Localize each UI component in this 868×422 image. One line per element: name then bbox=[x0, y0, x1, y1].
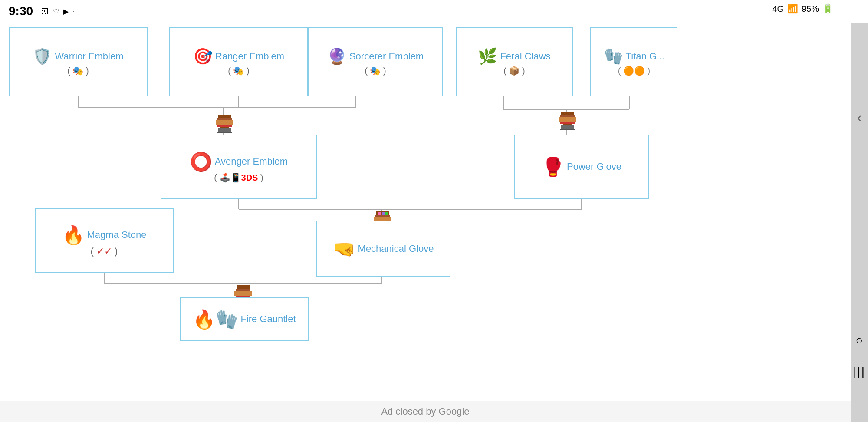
svg-rect-37 bbox=[560, 122, 575, 124]
fire-gauntlet-icon: 🔥🧤 bbox=[193, 309, 238, 330]
svg-rect-25 bbox=[217, 118, 232, 120]
svg-rect-33 bbox=[559, 117, 576, 122]
ad-bar: Ad closed by Google bbox=[0, 401, 851, 422]
station-1 bbox=[214, 112, 235, 138]
magma-stone-sub: ( ✓✓ ) bbox=[91, 246, 118, 257]
avenger-emblem-box: ⭕ Avenger Emblem ( 🕹️📱3DS ) bbox=[161, 135, 317, 199]
station-2 bbox=[556, 109, 578, 135]
warrior-emblem-box: 🛡️ Warrior Emblem ( 🎭 ) bbox=[9, 27, 148, 96]
titan-glove-icon: 🧤 bbox=[604, 47, 623, 66]
svg-rect-47 bbox=[385, 212, 388, 215]
menu-button[interactable]: ||| bbox=[853, 365, 865, 379]
mechanical-glove-icon: 🤜 bbox=[333, 238, 355, 260]
warrior-emblem-icon: 🛡️ bbox=[33, 47, 52, 66]
titan-glove-name: Titan G... bbox=[626, 51, 665, 62]
svg-rect-26 bbox=[216, 120, 233, 125]
heart-icon: ♡ bbox=[53, 7, 59, 16]
ranger-emblem-box: 🎯 Ranger Emblem ( 🎭 ) bbox=[169, 27, 308, 96]
main-content: 🛡️ Warrior Emblem ( 🎭 ) 🎯 Ranger Emblem … bbox=[0, 23, 851, 422]
svg-rect-24 bbox=[218, 115, 231, 118]
power-glove-icon: 🥊 bbox=[542, 156, 564, 178]
svg-rect-45 bbox=[378, 212, 381, 215]
power-glove-name: Power Glove bbox=[567, 161, 621, 172]
feral-claws-row: 🌿 Feral Claws bbox=[478, 47, 550, 66]
fire-gauntlet-row: 🔥🧤 Fire Gauntlet bbox=[193, 309, 296, 330]
status-time: 9:30 bbox=[9, 4, 33, 18]
avenger-emblem-sub: ( 🕹️📱3DS ) bbox=[214, 172, 263, 183]
dot-icon: · bbox=[73, 7, 75, 15]
feral-claws-icon: 🌿 bbox=[478, 47, 497, 66]
play-icon: ▶ bbox=[63, 7, 69, 16]
sidebar: ‹ ○ ||| bbox=[851, 23, 868, 422]
svg-rect-32 bbox=[560, 115, 575, 117]
svg-rect-29 bbox=[217, 132, 232, 133]
mechanical-glove-name: Mechanical Glove bbox=[358, 243, 434, 254]
svg-rect-28 bbox=[218, 128, 231, 132]
nav-icons: ○ ||| bbox=[853, 333, 865, 379]
feral-claws-name: Feral Claws bbox=[500, 51, 550, 62]
magma-stone-icon: 🔥 bbox=[62, 224, 85, 246]
svg-rect-31 bbox=[561, 112, 574, 115]
image-icon: 🖼 bbox=[42, 7, 49, 15]
ranger-emblem-row: 🎯 Ranger Emblem bbox=[193, 47, 284, 66]
ranger-emblem-name: Ranger Emblem bbox=[215, 51, 284, 62]
status-right: 4G 📶 95% 🔋 bbox=[772, 3, 833, 14]
sorcerer-emblem-icon: 🔮 bbox=[327, 47, 347, 66]
titan-glove-sub: ( 🟠🟠 ) bbox=[618, 66, 650, 76]
signal-label: 4G bbox=[772, 4, 784, 14]
warrior-emblem-row: 🛡️ Warrior Emblem bbox=[33, 47, 123, 66]
fire-gauntlet-name: Fire Gauntlet bbox=[240, 313, 296, 325]
fire-gauntlet-box: 🔥🧤 Fire Gauntlet bbox=[180, 297, 309, 341]
sorcerer-emblem-sub: ( 🎭 ) bbox=[365, 66, 386, 76]
magma-stone-row: 🔥 Magma Stone bbox=[62, 224, 147, 246]
station-2-svg bbox=[556, 109, 578, 131]
avenger-emblem-name: Avenger Emblem bbox=[215, 156, 288, 167]
svg-rect-39 bbox=[375, 215, 390, 217]
battery-label: 95% bbox=[802, 4, 819, 14]
titan-glove-box: 🧤 Titan G... ( 🟠🟠 ) bbox=[590, 27, 677, 96]
home-button[interactable]: ○ bbox=[856, 333, 863, 347]
sorcerer-emblem-row: 🔮 Sorcerer Emblem bbox=[327, 47, 424, 66]
mechanical-glove-row: 🤜 Mechanical Glove bbox=[333, 238, 434, 260]
svg-rect-50 bbox=[234, 291, 252, 296]
avenger-emblem-icon: ⭕ bbox=[190, 151, 212, 172]
ranger-emblem-icon: 🎯 bbox=[193, 47, 213, 66]
warrior-emblem-name: Warrior Emblem bbox=[55, 51, 123, 62]
magma-stone-box: 🔥 Magma Stone ( ✓✓ ) bbox=[35, 208, 174, 273]
feral-claws-box: 🌿 Feral Claws ( 📦 ) bbox=[456, 27, 573, 96]
ad-text: Ad closed by Google bbox=[381, 406, 469, 417]
ranger-emblem-sub: ( 🎭 ) bbox=[228, 66, 249, 76]
svg-rect-30 bbox=[217, 125, 232, 127]
chevron-icon[interactable]: ‹ bbox=[857, 109, 862, 125]
battery-icon: 🔋 bbox=[822, 3, 833, 14]
svg-rect-48 bbox=[237, 285, 250, 289]
signal-bars: 📶 bbox=[787, 3, 798, 14]
sorcerer-emblem-box: 🔮 Sorcerer Emblem ( 🎭 ) bbox=[308, 27, 443, 96]
sorcerer-emblem-name: Sorcerer Emblem bbox=[349, 51, 424, 62]
power-glove-row: 🥊 Power Glove bbox=[542, 156, 621, 178]
feral-claws-sub: ( 📦 ) bbox=[503, 66, 525, 76]
power-glove-box: 🥊 Power Glove bbox=[514, 135, 649, 199]
status-icons: 🖼 ♡ ▶ · bbox=[42, 7, 75, 16]
svg-rect-36 bbox=[560, 129, 575, 130]
svg-rect-49 bbox=[236, 289, 250, 291]
svg-rect-35 bbox=[561, 125, 574, 129]
mechanical-glove-box: 🤜 Mechanical Glove bbox=[316, 221, 450, 277]
warrior-emblem-sub: ( 🎭 ) bbox=[67, 66, 89, 76]
station-1-svg bbox=[214, 112, 235, 134]
status-bar: 9:30 🖼 ♡ ▶ · 4G 📶 95% 🔋 bbox=[0, 0, 868, 23]
avenger-emblem-row: ⭕ Avenger Emblem bbox=[190, 151, 288, 172]
titan-glove-row: 🧤 Titan G... bbox=[604, 47, 665, 66]
magma-stone-name: Magma Stone bbox=[87, 229, 147, 241]
svg-rect-46 bbox=[382, 212, 385, 215]
